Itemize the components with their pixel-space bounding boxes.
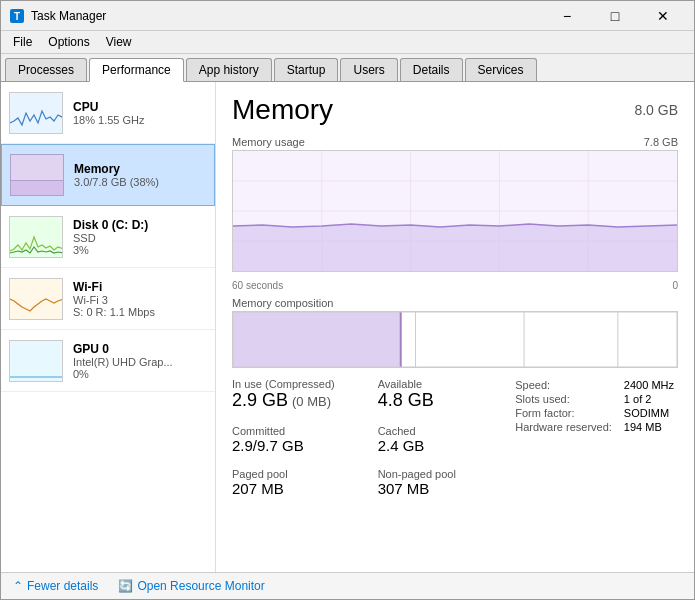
- title-text: Task Manager: [31, 9, 544, 23]
- cached-value: 2.4 GB: [378, 437, 508, 454]
- sidebar: CPU 18% 1.55 GHz Memory 3.0/7.8 GB (38%): [1, 82, 216, 572]
- monitor-icon: 🔄: [118, 579, 133, 593]
- wifi-info: Wi-Fi Wi-Fi 3 S: 0 R: 1.1 Mbps: [73, 280, 207, 318]
- left-stats: In use (Compressed) 2.9 GB (0 MB) Availa…: [232, 378, 507, 503]
- tab-apphistory[interactable]: App history: [186, 58, 272, 81]
- composition-chart: [233, 312, 677, 367]
- tab-processes[interactable]: Processes: [5, 58, 87, 81]
- bottom-bar: ⌃ Fewer details 🔄 Open Resource Monitor: [1, 572, 694, 599]
- slots-label: Slots used:: [515, 392, 616, 406]
- in-use-compressed: (0 MB): [292, 394, 331, 409]
- committed-stat: Committed 2.9/9.7 GB: [232, 425, 362, 454]
- menu-file[interactable]: File: [5, 33, 40, 51]
- paged-stat: Paged pool 207 MB: [232, 468, 362, 497]
- menu-bar: File Options View: [1, 31, 694, 54]
- available-value: 4.8 GB: [378, 390, 508, 411]
- composition-section: Memory composition: [232, 297, 678, 368]
- svg-marker-15: [233, 224, 677, 271]
- gpu-title: GPU 0: [73, 342, 207, 356]
- page-title: Memory: [232, 94, 333, 126]
- sidebar-item-gpu[interactable]: GPU 0 Intel(R) UHD Grap... 0%: [1, 330, 215, 392]
- svg-rect-3: [10, 217, 63, 258]
- svg-rect-17: [233, 312, 401, 367]
- memory-thumbnail: [10, 154, 64, 196]
- task-manager-window: T Task Manager − □ ✕ File Options View P…: [0, 0, 695, 600]
- gpu-info: GPU 0 Intel(R) UHD Grap... 0%: [73, 342, 207, 380]
- open-resource-monitor-link[interactable]: 🔄 Open Resource Monitor: [118, 579, 264, 593]
- tab-performance[interactable]: Performance: [89, 58, 184, 82]
- disk-subtitle1: SSD: [73, 232, 207, 244]
- tabs-bar: Processes Performance App history Startu…: [1, 54, 694, 82]
- wifi-subtitle2: S: 0 R: 1.1 Mbps: [73, 306, 207, 318]
- tab-services[interactable]: Services: [465, 58, 537, 81]
- stats-area: In use (Compressed) 2.9 GB (0 MB) Availa…: [232, 378, 678, 503]
- reserved-value: 194 MB: [616, 420, 678, 434]
- composition-chart-container: [232, 311, 678, 368]
- memory-info: Memory 3.0/7.8 GB (38%): [74, 162, 206, 188]
- cpu-thumbnail: [9, 92, 63, 134]
- cpu-subtitle: 18% 1.55 GHz: [73, 114, 207, 126]
- sidebar-item-cpu[interactable]: CPU 18% 1.55 GHz: [1, 82, 215, 144]
- close-button[interactable]: ✕: [640, 1, 686, 31]
- speed-label: Speed:: [515, 378, 616, 392]
- fewer-details-link[interactable]: ⌃ Fewer details: [13, 579, 98, 593]
- in-use-value: 2.9 GB: [232, 390, 288, 411]
- time-labels: 60 seconds 0: [232, 280, 678, 291]
- committed-value: 2.9/9.7 GB: [232, 437, 362, 454]
- tab-details[interactable]: Details: [400, 58, 463, 81]
- usage-chart: [233, 151, 677, 271]
- tab-startup[interactable]: Startup: [274, 58, 339, 81]
- main-header: Memory 8.0 GB: [232, 94, 678, 126]
- paged-value: 207 MB: [232, 480, 362, 497]
- form-label: Form factor:: [515, 406, 616, 420]
- form-value: SODIMM: [616, 406, 678, 420]
- tab-users[interactable]: Users: [340, 58, 397, 81]
- reserved-label: Hardware reserved:: [515, 420, 616, 434]
- wifi-subtitle1: Wi-Fi 3: [73, 294, 207, 306]
- gpu-thumbnail: [9, 340, 63, 382]
- usage-chart-container: [232, 150, 678, 272]
- sidebar-item-wifi[interactable]: Wi-Fi Wi-Fi 3 S: 0 R: 1.1 Mbps: [1, 268, 215, 330]
- nonpaged-value: 307 MB: [378, 480, 508, 497]
- main-panel: Memory 8.0 GB Memory usage 7.8 GB: [216, 82, 694, 572]
- app-icon: T: [9, 8, 25, 24]
- svg-rect-2: [10, 93, 63, 134]
- memory-subtitle: 3.0/7.8 GB (38%): [74, 176, 206, 188]
- total-memory: 8.0 GB: [634, 102, 678, 118]
- nonpaged-stat: Non-paged pool 307 MB: [378, 468, 508, 497]
- slots-value: 1 of 2: [616, 392, 678, 406]
- disk-info: Disk 0 (C: D:) SSD 3%: [73, 218, 207, 256]
- composition-label: Memory composition: [232, 297, 678, 309]
- disk-thumbnail: [9, 216, 63, 258]
- menu-options[interactable]: Options: [40, 33, 97, 51]
- speed-value: 2400 MHz: [616, 378, 678, 392]
- wifi-title: Wi-Fi: [73, 280, 207, 294]
- cpu-title: CPU: [73, 100, 207, 114]
- gpu-subtitle2: 0%: [73, 368, 207, 380]
- maximize-button[interactable]: □: [592, 1, 638, 31]
- chevron-up-icon: ⌃: [13, 579, 23, 593]
- minimize-button[interactable]: −: [544, 1, 590, 31]
- svg-rect-4: [10, 279, 63, 320]
- window-controls: − □ ✕: [544, 1, 686, 31]
- title-bar: T Task Manager − □ ✕: [1, 1, 694, 31]
- gpu-subtitle1: Intel(R) UHD Grap...: [73, 356, 207, 368]
- usage-chart-label: Memory usage 7.8 GB: [232, 136, 678, 148]
- svg-rect-5: [10, 341, 63, 382]
- memory-title: Memory: [74, 162, 206, 176]
- sidebar-item-disk[interactable]: Disk 0 (C: D:) SSD 3%: [1, 206, 215, 268]
- usage-chart-section: Memory usage 7.8 GB: [232, 136, 678, 272]
- disk-title: Disk 0 (C: D:): [73, 218, 207, 232]
- menu-view[interactable]: View: [98, 33, 140, 51]
- in-use-stat: In use (Compressed) 2.9 GB (0 MB): [232, 378, 362, 411]
- sidebar-item-memory[interactable]: Memory 3.0/7.8 GB (38%): [1, 144, 215, 206]
- cached-stat: Cached 2.4 GB: [378, 425, 508, 454]
- wifi-thumbnail: [9, 278, 63, 320]
- cpu-info: CPU 18% 1.55 GHz: [73, 100, 207, 126]
- right-stats: Speed: 2400 MHz Slots used: 1 of 2 Form …: [507, 378, 678, 503]
- content-area: CPU 18% 1.55 GHz Memory 3.0/7.8 GB (38%): [1, 82, 694, 572]
- svg-text:T: T: [14, 11, 20, 22]
- available-stat: Available 4.8 GB: [378, 378, 508, 411]
- disk-subtitle2: 3%: [73, 244, 207, 256]
